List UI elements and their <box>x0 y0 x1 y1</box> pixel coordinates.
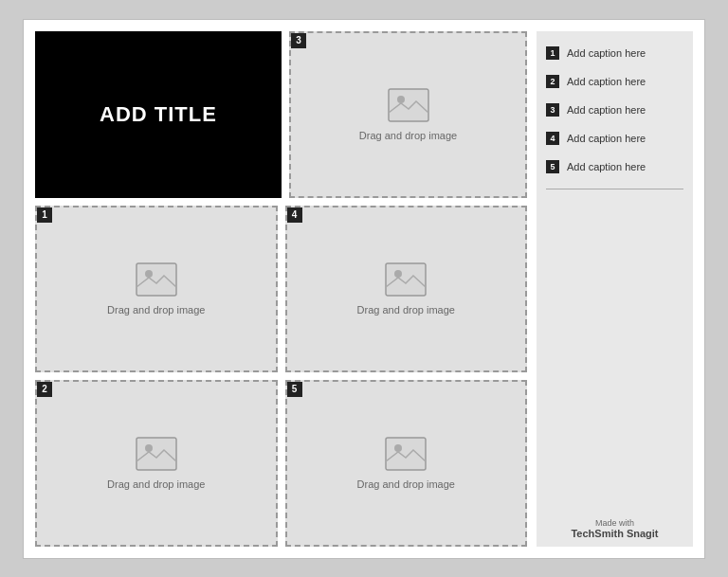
caption-badge-2: 2 <box>546 75 559 88</box>
caption-badge-3: 3 <box>546 103 559 117</box>
badge-3: 3 <box>291 33 306 48</box>
svg-rect-8 <box>386 438 426 470</box>
top-row: ADD TITLE 3 Drag and drop image <box>35 31 527 198</box>
caption-item-4[interactable]: 4 Add caption here <box>546 124 683 153</box>
drag-label-2: Drag and drop image <box>107 478 205 490</box>
image-placeholder-icon-1 <box>136 262 177 297</box>
image-box-4[interactable]: 4 Drag and drop image <box>285 206 528 372</box>
image-box-5[interactable]: 5 Drag and drop image <box>285 380 528 547</box>
badge-1: 1 <box>37 207 52 223</box>
caption-text-2: Add caption here <box>567 76 646 87</box>
caption-item-5[interactable]: 5 Add caption here <box>546 153 683 181</box>
svg-point-7 <box>145 444 153 452</box>
svg-point-3 <box>145 270 153 278</box>
image-box-2[interactable]: 2 Drag and drop image <box>35 380 278 547</box>
caption-text-5: Add caption here <box>567 161 646 172</box>
drag-label-4: Drag and drop image <box>357 304 455 316</box>
svg-rect-6 <box>136 438 176 470</box>
drag-label-5: Drag and drop image <box>357 478 455 490</box>
caption-item-2[interactable]: 2 Add caption here <box>546 67 683 96</box>
svg-rect-0 <box>389 89 428 121</box>
title-box[interactable]: ADD TITLE <box>35 31 282 198</box>
bottom-row: 2 Drag and drop image 5 Drag and drop im… <box>35 380 527 547</box>
image-box-1[interactable]: 1 Drag and drop image <box>35 206 278 372</box>
drag-label-1: Drag and drop image <box>107 304 205 316</box>
svg-point-1 <box>397 96 405 103</box>
image-placeholder-icon-2 <box>136 437 177 471</box>
image-placeholder-icon-4 <box>385 262 427 297</box>
caption-text-3: Add caption here <box>567 104 646 116</box>
caption-item-1[interactable]: 1 Add caption here <box>546 39 683 67</box>
svg-rect-2 <box>136 263 176 296</box>
left-panel: ADD TITLE 3 Drag and drop image 1 <box>35 31 527 547</box>
caption-badge-5: 5 <box>546 160 559 173</box>
caption-text-1: Add caption here <box>567 47 646 59</box>
middle-row: 1 Drag and drop image 4 Drag and drop im… <box>35 206 527 372</box>
footer-brand: TechSmith Snagit <box>571 528 658 539</box>
image-box-3[interactable]: 3 Drag and drop image <box>289 31 527 198</box>
caption-badge-1: 1 <box>546 46 559 60</box>
footer-area: Made with TechSmith Snagit <box>546 514 683 539</box>
image-placeholder-icon-3 <box>388 88 429 122</box>
caption-badge-4: 4 <box>546 132 559 145</box>
caption-text-4: Add caption here <box>567 133 646 144</box>
svg-point-9 <box>394 444 402 452</box>
svg-point-5 <box>394 270 402 278</box>
main-page: ADD TITLE 3 Drag and drop image 1 <box>23 19 705 559</box>
badge-5: 5 <box>287 382 302 397</box>
slide-title: ADD TITLE <box>100 102 217 127</box>
badge-4: 4 <box>287 207 302 223</box>
caption-item-3[interactable]: 3 Add caption here <box>546 96 683 124</box>
right-panel: 1 Add caption here 2 Add caption here 3 … <box>537 31 693 547</box>
badge-2: 2 <box>37 382 52 397</box>
image-placeholder-icon-5 <box>385 437 427 471</box>
divider-line <box>546 189 683 189</box>
drag-label-3: Drag and drop image <box>359 130 457 141</box>
svg-rect-4 <box>386 263 426 296</box>
footer-made-with: Made with <box>595 518 634 528</box>
